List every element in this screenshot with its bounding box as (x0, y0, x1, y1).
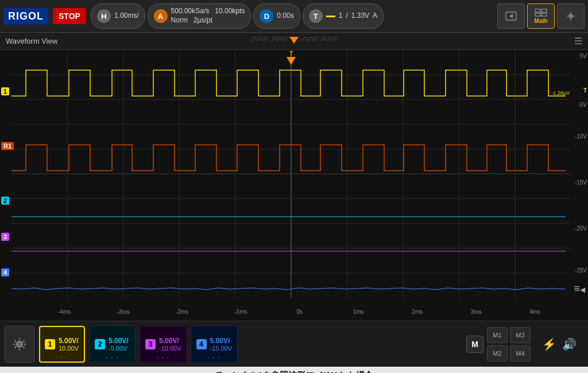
math-button[interactable]: Math (527, 3, 555, 29)
ch1-num: 1 (45, 339, 55, 349)
trigger-ch: 1 (339, 11, 343, 21)
caption: チャンネル1を参照波形(Ref1)にした場合 (0, 367, 588, 373)
svg-rect-4 (535, 13, 540, 16)
menu-button[interactable]: ☰ (574, 36, 582, 47)
toolbar: RIGOL STOP H 1.00ms/ A 500.00kSa/s 10.00… (0, 0, 588, 33)
trigger-arrow-container: T (287, 50, 296, 65)
a-letter: A (154, 9, 168, 23)
t-label-4ms: 4ms (529, 309, 540, 315)
audio-icon: 🔊 (562, 337, 577, 351)
grid-svg (11, 50, 571, 298)
v-scale-m20v: -20V (575, 225, 587, 232)
svg-rect-3 (541, 9, 547, 12)
ch1-waveform (11, 70, 566, 96)
trigger-voltage: 1.33V (351, 11, 369, 21)
acq-values: 500.00kSa/s 10.00kpts Norm 2µs/pt (171, 7, 245, 25)
t-letter: T (309, 9, 323, 23)
waveform-area[interactable]: Waveform View ☰ (0, 33, 588, 321)
ch1-volt: 5.00V/ (59, 337, 79, 345)
svg-point-30 (18, 343, 21, 345)
ch2-inner: 2 5.00V/ -5.00V (95, 337, 130, 352)
nav-button[interactable] (497, 3, 525, 29)
ch2-vals: 5.00V/ -5.00V (109, 337, 129, 352)
usb-icon: ⚡ (542, 337, 556, 351)
ch4-label[interactable]: 4 (1, 268, 9, 276)
channel-bar: 1 5.00V/ 10.00V • • • 2 5.00V/ -5.00V • … (0, 321, 588, 367)
m3-button[interactable]: M3 (510, 327, 531, 343)
nav-trigger-arrow (289, 37, 299, 44)
delay-pill[interactable]: D 0.00s (253, 3, 300, 29)
ch3-dots: • • • (157, 355, 170, 360)
acq-mode: Norm (171, 16, 188, 25)
ch3-offset: -10.00V (159, 345, 181, 352)
ch4-block[interactable]: 4 5.00V/ -15.00V • • • (191, 326, 238, 363)
ch1-block[interactable]: 1 5.00V/ 10.00V • • • (39, 326, 85, 363)
ch2-dots: • • • (106, 355, 119, 360)
ch1-voltage-label: -1.28µV (551, 90, 570, 96)
t-label-2ms: 2ms (412, 309, 423, 315)
trigger-bar (326, 16, 335, 17)
ch4-offset: -15.00V (210, 345, 233, 352)
trigger-t-label: T (287, 50, 296, 57)
trigger-arrow (287, 57, 296, 65)
ch4-vals: 5.00V/ -15.00V (210, 337, 233, 352)
v-scale-m5v: -5V (578, 102, 587, 108)
m-button[interactable]: M (466, 336, 483, 353)
cursor-button[interactable] (557, 3, 585, 29)
stop-button[interactable]: STOP (53, 8, 86, 24)
ch3-block[interactable]: 3 5.00V/ -10.00V • • • (140, 326, 187, 363)
m4-button[interactable]: M4 (510, 345, 531, 362)
ch2-block[interactable]: 2 5.00V/ -5.00V • • • (90, 326, 136, 363)
m2-button[interactable]: M2 (487, 345, 508, 362)
ch1-dots: • • • (56, 354, 69, 359)
svg-rect-2 (535, 9, 540, 12)
m1-button[interactable]: M1 (487, 327, 508, 343)
horizontal-pill[interactable]: H 1.00ms/ (91, 3, 145, 29)
r1-waveform (11, 145, 566, 171)
m-grid: M1 M3 M2 M4 (487, 327, 531, 362)
ch4-volt: 5.00V/ (210, 337, 233, 345)
toolbar-right: Math (497, 3, 585, 29)
trigger-pill[interactable]: T 1 / 1.33V A (303, 3, 384, 29)
v-scale-m10v: -10V (575, 133, 587, 140)
waveform-title: Waveform View (6, 37, 57, 45)
waveform-header: Waveform View ☰ (0, 33, 588, 50)
rigol-logo: RIGOL (3, 8, 48, 25)
delay-value: 0.00s (277, 11, 293, 21)
ch4-dots: • • • (207, 355, 220, 360)
ch2-volt: 5.00V/ (109, 337, 129, 345)
t-label-m3ms: -3ms (117, 309, 129, 315)
ch3-label[interactable]: 3 (1, 233, 9, 241)
trigger-slope: / (346, 11, 347, 21)
waveform-nav-preview (250, 36, 338, 45)
ch2-num: 2 (95, 339, 105, 349)
ch3-num: 3 (145, 339, 156, 349)
ch3-volt: 5.00V/ (159, 337, 181, 345)
ch1-label[interactable]: 1 (1, 87, 9, 95)
acquisition-pill[interactable]: A 500.00kSa/s 10.00kpts Norm 2µs/pt (148, 3, 252, 29)
m-block: M M1 M3 M2 M4 (466, 327, 531, 362)
ch1-inner: 1 5.00V/ 10.00V (45, 337, 79, 352)
v-scale-m15v: -15V (575, 179, 587, 186)
caption-text: チャンネル1を参照波形(Ref1)にした場合 (215, 370, 373, 374)
svg-rect-5 (541, 13, 547, 16)
t-label-m4ms: -4ms (58, 309, 71, 315)
scroll-arrows[interactable]: ≡◀ (574, 283, 585, 295)
v-scale-m25v: -25V (575, 267, 587, 274)
ch4-waveform (11, 288, 566, 290)
ch1-offset: 10.00V (59, 345, 79, 352)
ch2-offset: -5.00V (109, 345, 129, 352)
h-letter: H (97, 9, 111, 23)
r1-label[interactable]: R1 (1, 142, 14, 150)
gear-button[interactable] (5, 326, 34, 363)
ch3-inner: 3 5.00V/ -10.00V (145, 337, 181, 352)
trigger-unit: A (373, 11, 377, 21)
trigger-indicator (326, 16, 335, 17)
t-label-1ms: 1ms (353, 309, 364, 315)
ch2-label[interactable]: 2 (1, 197, 9, 205)
ch3-vals: 5.00V/ -10.00V (159, 337, 181, 352)
sample-rate: 500.00kSa/s (171, 7, 210, 16)
usb-area: ⚡ 🔊 (535, 337, 583, 351)
ch4-num: 4 (196, 339, 207, 349)
ch1-t-label: T (583, 87, 587, 94)
